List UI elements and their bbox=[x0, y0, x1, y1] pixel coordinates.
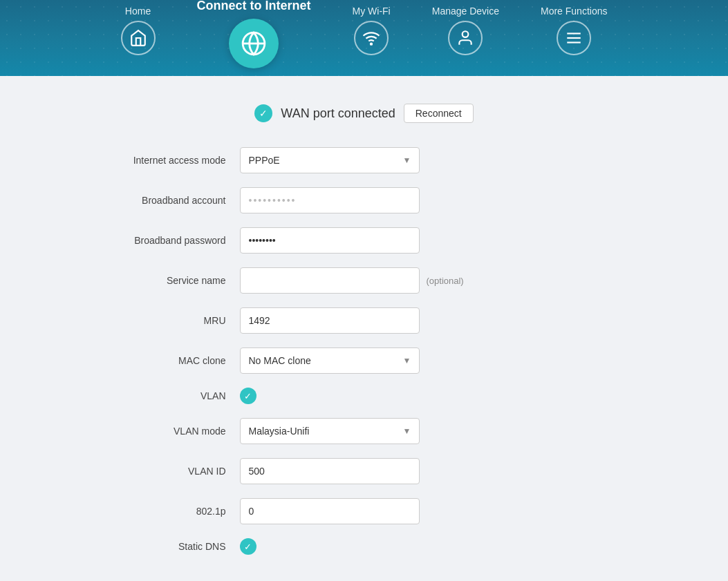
nav-home-label: Home bbox=[125, 6, 151, 17]
vlan-mode-label: VLAN mode bbox=[102, 426, 240, 437]
broadband-account-input[interactable] bbox=[240, 187, 420, 213]
internet-access-mode-label: Internet access mode bbox=[102, 155, 240, 166]
vlan-id-row: VLAN ID bbox=[102, 458, 627, 484]
vlan-mode-select[interactable]: Malaysia-Unifi Custom bbox=[240, 418, 420, 444]
nav-wifi[interactable]: My Wi-Fi bbox=[332, 6, 411, 55]
nav-wifi-label: My Wi-Fi bbox=[353, 6, 391, 17]
dot1p-input[interactable] bbox=[240, 498, 420, 524]
main-content: ✓ WAN port connected Reconnect Internet … bbox=[88, 76, 641, 581]
broadband-password-input[interactable] bbox=[240, 227, 420, 254]
service-name-row: Service name (optional) bbox=[102, 267, 627, 294]
vlan-id-label: VLAN ID bbox=[102, 466, 240, 477]
vlan-id-input[interactable] bbox=[240, 458, 420, 484]
svg-point-2 bbox=[371, 44, 372, 45]
nav-more-functions-label: More Functions bbox=[541, 6, 607, 17]
dot1p-label: 802.1p bbox=[102, 506, 240, 517]
nav-connect[interactable]: Connect to Internet bbox=[176, 0, 332, 68]
user-icon bbox=[448, 21, 483, 55]
vlan-row: VLAN ✓ bbox=[102, 388, 627, 404]
wan-check-icon: ✓ bbox=[254, 104, 272, 122]
nav-home[interactable]: Home bbox=[100, 6, 176, 55]
broadband-account-label: Broadband account bbox=[102, 195, 240, 206]
service-name-input[interactable] bbox=[240, 267, 420, 294]
nav-manage-device-label: Manage Device bbox=[432, 6, 499, 17]
nav-connect-label: Connect to Internet bbox=[197, 0, 311, 13]
vlan-toggle[interactable]: ✓ bbox=[240, 388, 256, 404]
mru-label: MRU bbox=[102, 315, 240, 326]
broadband-password-row: Broadband password bbox=[102, 227, 627, 254]
wifi-icon bbox=[354, 21, 389, 55]
vlan-mode-select-wrapper: Malaysia-Unifi Custom ▼ bbox=[240, 418, 420, 444]
globe-icon bbox=[229, 19, 279, 68]
nav-more-functions[interactable]: More Functions bbox=[520, 6, 628, 55]
vlan-label: VLAN bbox=[102, 390, 240, 401]
mac-clone-select-wrapper: No MAC clone Clone MAC Custom MAC ▼ bbox=[240, 347, 420, 374]
mac-clone-label: MAC clone bbox=[102, 355, 240, 366]
static-dns-label: Static DNS bbox=[102, 541, 240, 552]
service-name-optional: (optional) bbox=[427, 276, 464, 286]
mac-clone-row: MAC clone No MAC clone Clone MAC Custom … bbox=[102, 347, 627, 374]
static-dns-toggle[interactable]: ✓ bbox=[240, 538, 256, 555]
internet-access-mode-select[interactable]: PPPoE DHCP Static IP bbox=[240, 147, 420, 173]
mru-row: MRU bbox=[102, 307, 627, 334]
menu-icon bbox=[557, 21, 591, 55]
internet-access-mode-row: Internet access mode PPPoE DHCP Static I… bbox=[102, 147, 627, 173]
dot1p-row: 802.1p bbox=[102, 498, 627, 524]
mac-clone-select[interactable]: No MAC clone Clone MAC Custom MAC bbox=[240, 347, 420, 374]
reconnect-button[interactable]: Reconnect bbox=[404, 104, 474, 123]
broadband-account-row: Broadband account bbox=[102, 187, 627, 213]
internet-access-mode-select-wrapper: PPPoE DHCP Static IP ▼ bbox=[240, 147, 420, 173]
header-nav: Home Connect to Internet My Wi-Fi bbox=[0, 6, 728, 68]
mru-input[interactable] bbox=[240, 307, 420, 334]
vlan-mode-row: VLAN mode Malaysia-Unifi Custom ▼ bbox=[102, 418, 627, 444]
internet-form: Internet access mode PPPoE DHCP Static I… bbox=[102, 147, 627, 555]
broadband-password-label: Broadband password bbox=[102, 235, 240, 246]
service-name-label: Service name bbox=[102, 275, 240, 286]
header: Home Connect to Internet My Wi-Fi bbox=[0, 0, 728, 76]
wan-status-bar: ✓ WAN port connected Reconnect bbox=[102, 104, 627, 123]
wan-status-text: WAN port connected bbox=[281, 106, 395, 121]
home-icon bbox=[121, 21, 156, 55]
static-dns-row: Static DNS ✓ bbox=[102, 538, 627, 555]
svg-point-3 bbox=[463, 31, 469, 37]
nav-manage-device[interactable]: Manage Device bbox=[411, 6, 520, 55]
